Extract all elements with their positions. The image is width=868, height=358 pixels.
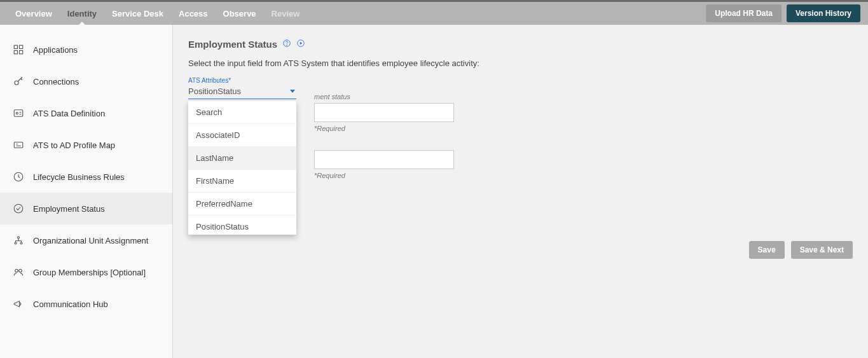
- svg-rect-2: [14, 51, 17, 54]
- svg-point-11: [15, 242, 17, 244]
- ats-attributes-dropdown[interactable]: Search AssociateID LastName FirstName Pr…: [188, 101, 296, 235]
- svg-rect-0: [14, 45, 17, 48]
- id-card-icon: [13, 107, 24, 119]
- sidebar-item-label: Applications: [33, 45, 78, 55]
- sidebar: Applications Connections ATS Data Defini…: [0, 25, 173, 358]
- save-button[interactable]: Save: [749, 241, 785, 259]
- required-hint: *Required: [314, 172, 481, 179]
- svg-rect-3: [20, 51, 23, 54]
- dropdown-option[interactable]: AssociateID: [188, 124, 296, 147]
- ats-attributes-select[interactable]: PositionStatus: [188, 84, 296, 99]
- sidebar-item-communication-hub[interactable]: Communication Hub: [0, 288, 172, 320]
- sidebar-item-label: Employment Status: [33, 204, 105, 214]
- sidebar-item-label: ATS to AD Profile Map: [33, 141, 115, 150]
- status-input-1[interactable]: [314, 103, 454, 122]
- svg-point-16: [287, 45, 287, 46]
- dropdown-option[interactable]: PositionStatus: [188, 216, 296, 235]
- play-icon[interactable]: [296, 39, 305, 50]
- status-input-2[interactable]: [314, 150, 454, 169]
- topbar: Overview Identity Service Desk Access Ob…: [0, 0, 868, 25]
- required-hint: *Required: [314, 125, 481, 132]
- sidebar-item-ats-to-ad-profile-map[interactable]: ATS to AD Profile Map: [0, 129, 172, 161]
- megaphone-icon: [13, 298, 24, 310]
- svg-point-12: [20, 242, 22, 244]
- sidebar-item-employment-status[interactable]: Employment Status: [0, 193, 172, 224]
- nav-identity[interactable]: Identity: [60, 2, 104, 25]
- page-subtitle: Select the input field from ATS System t…: [188, 59, 853, 68]
- dropdown-option[interactable]: FirstName: [188, 170, 296, 193]
- chevron-down-icon: [290, 90, 295, 93]
- check-circle-icon: [13, 203, 24, 214]
- svg-point-4: [15, 81, 18, 85]
- nav-service-desk[interactable]: Service Desk: [104, 2, 171, 25]
- svg-point-10: [18, 237, 20, 238]
- action-row: Save Save & Next: [749, 241, 853, 259]
- sidebar-item-organizational-unit-assignment[interactable]: Organizational Unit Assignment: [0, 224, 172, 256]
- org-icon: [13, 235, 24, 246]
- sidebar-item-label: Lifecycle Business Rules: [33, 172, 125, 182]
- sidebar-item-lifecycle-business-rules[interactable]: Lifecycle Business Rules: [0, 161, 172, 193]
- svg-point-9: [14, 204, 23, 213]
- dropdown-option[interactable]: LastName: [188, 147, 296, 170]
- dropdown-option[interactable]: PreferredName: [188, 193, 296, 216]
- sidebar-item-label: ATS Data Definition: [33, 109, 105, 118]
- key-icon: [13, 76, 24, 87]
- sidebar-item-label: Communication Hub: [33, 299, 108, 309]
- sidebar-item-connections[interactable]: Connections: [0, 65, 172, 97]
- sidebar-item-ats-data-definition[interactable]: ATS Data Definition: [0, 97, 172, 129]
- svg-rect-1: [20, 45, 23, 48]
- nav-observe[interactable]: Observe: [216, 2, 264, 25]
- sidebar-item-label: Connections: [33, 77, 79, 86]
- version-history-button[interactable]: Version History: [787, 4, 860, 22]
- ats-attributes-value: PositionStatus: [188, 86, 241, 96]
- sidebar-item-group-memberships[interactable]: Group Memberships [Optional]: [0, 256, 172, 288]
- page-title: Employment Status: [188, 39, 277, 50]
- status-field-label-partial: ment status: [314, 93, 481, 100]
- svg-rect-5: [14, 110, 23, 117]
- nav-overview[interactable]: Overview: [8, 2, 60, 25]
- svg-rect-7: [14, 142, 23, 148]
- help-icon[interactable]: [282, 39, 291, 50]
- badge-icon: [13, 139, 24, 151]
- upload-hr-data-button[interactable]: Upload HR Data: [706, 4, 782, 22]
- sidebar-item-label: Organizational Unit Assignment: [33, 236, 148, 245]
- save-next-button[interactable]: Save & Next: [791, 241, 853, 259]
- nav-access[interactable]: Access: [171, 2, 216, 25]
- top-nav: Overview Identity Service Desk Access Ob…: [8, 2, 307, 25]
- main-content: Employment Status Select the input field…: [173, 25, 868, 358]
- sidebar-item-label: Group Memberships [Optional]: [33, 268, 146, 277]
- clock-icon: [13, 171, 24, 182]
- sidebar-item-applications[interactable]: Applications: [0, 34, 172, 65]
- svg-point-13: [15, 270, 18, 273]
- group-icon: [13, 266, 24, 278]
- svg-point-6: [16, 113, 18, 114]
- dropdown-search[interactable]: Search: [188, 101, 296, 124]
- ats-attributes-label: ATS Attributes*: [188, 77, 481, 84]
- svg-point-14: [19, 270, 22, 273]
- grid-icon: [13, 44, 24, 55]
- nav-review[interactable]: Review: [264, 2, 308, 25]
